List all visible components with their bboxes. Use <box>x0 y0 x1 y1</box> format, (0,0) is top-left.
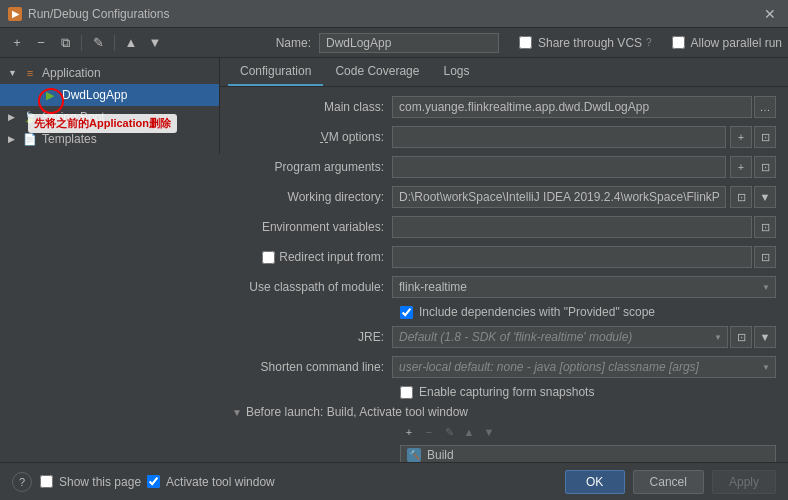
capturing-label: Enable capturing form snapshots <box>419 385 594 399</box>
capturing-checkbox[interactable] <box>400 386 413 399</box>
run-config-icon: ▶ <box>42 87 58 103</box>
templates-label: Templates <box>42 132 97 146</box>
vm-options-input[interactable] <box>392 126 726 148</box>
left-panel: ▼ ≡ Application ▶ DwdLogApp ▶ 🍃 Spring B… <box>0 58 220 154</box>
tree-item-dwdlogapp[interactable]: ▶ DwdLogApp <box>0 84 219 106</box>
name-section: Name: Share through VCS ? Allow parallel… <box>276 33 782 53</box>
main-class-browse-button[interactable]: … <box>754 96 776 118</box>
jre-row: JRE: Default (1.8 - SDK of 'flink-realti… <box>232 325 776 349</box>
working-dir-row: Working directory: ⊡ ▼ <box>232 185 776 209</box>
application-group-icon: ≡ <box>22 65 38 81</box>
program-args-row: Program arguments: + ⊡ <box>232 155 776 179</box>
program-args-buttons: + ⊡ <box>728 156 776 178</box>
share-checkbox[interactable] <box>519 36 532 49</box>
shorten-select[interactable]: user-local default: none - java [options… <box>392 356 776 378</box>
vm-options-label: VM options: <box>232 130 392 144</box>
section-arrow: ▼ <box>232 407 242 418</box>
tree-application-group[interactable]: ▼ ≡ Application <box>0 62 219 84</box>
jre-select[interactable]: Default (1.8 - SDK of 'flink-realtime' m… <box>392 326 728 348</box>
include-provided-row: Include dependencies with "Provided" sco… <box>400 305 776 319</box>
share-section: Share through VCS ? <box>519 36 652 50</box>
content-area: 先将之前的Application删除 ▼ ≡ Application ▶ Dwd… <box>0 58 788 462</box>
module-label: Use classpath of module: <box>232 280 392 294</box>
jre-icon-button[interactable]: ⊡ <box>730 326 752 348</box>
jre-dropdown-button[interactable]: ▼ <box>754 326 776 348</box>
tab-configuration[interactable]: Configuration <box>228 58 323 86</box>
activate-tool-window-checkbox[interactable] <box>147 475 160 488</box>
include-provided-label: Include dependencies with "Provided" sco… <box>419 305 655 319</box>
vm-options-row: VM options: + ⊡ <box>232 125 776 149</box>
share-help-icon: ? <box>646 37 652 48</box>
parallel-checkbox[interactable] <box>672 36 685 49</box>
app-icon: ▶ <box>8 7 22 21</box>
redirect-input-field[interactable] <box>392 246 752 268</box>
env-vars-browse-button[interactable]: ⊡ <box>754 216 776 238</box>
share-label: Share through VCS <box>538 36 642 50</box>
copy-config-button[interactable]: ⧉ <box>54 32 76 54</box>
form-area: Main class: … VM options: + ⊡ Program ar… <box>220 87 788 462</box>
module-row: Use classpath of module: flink-realtime <box>232 275 776 299</box>
vm-browse-button[interactable]: ⊡ <box>754 126 776 148</box>
parallel-label: Allow parallel run <box>691 36 782 50</box>
include-provided-checkbox[interactable] <box>400 306 413 319</box>
toolbar-separator <box>81 35 82 51</box>
env-vars-input[interactable] <box>392 216 752 238</box>
cancel-button[interactable]: Cancel <box>633 470 704 494</box>
working-dir-input[interactable] <box>392 186 726 208</box>
program-args-label: Program arguments: <box>232 160 392 174</box>
tab-logs[interactable]: Logs <box>431 58 481 86</box>
add-config-button[interactable]: + <box>6 32 28 54</box>
launch-remove-button[interactable]: − <box>420 423 438 441</box>
main-class-label: Main class: <box>232 100 392 114</box>
working-dir-icon-button[interactable]: ⊡ <box>730 186 752 208</box>
show-page-label: Show this page <box>59 475 141 489</box>
module-select-wrapper: flink-realtime <box>392 276 776 298</box>
redirect-checkbox[interactable] <box>262 251 275 264</box>
launch-up-button[interactable]: ▲ <box>460 423 478 441</box>
templates-icon: 📄 <box>22 131 38 147</box>
module-select[interactable]: flink-realtime <box>392 276 776 298</box>
ok-button[interactable]: OK <box>565 470 625 494</box>
apply-button[interactable]: Apply <box>712 470 776 494</box>
tabs: Configuration Code Coverage Logs <box>220 58 788 87</box>
program-args-input[interactable] <box>392 156 726 178</box>
name-input[interactable] <box>319 33 499 53</box>
bottom-bar: ? Show this page Activate tool window OK… <box>0 462 788 500</box>
shorten-row: Shorten command line: user-local default… <box>232 355 776 379</box>
title-bar-text: Run/Debug Configurations <box>28 7 760 21</box>
main-class-row: Main class: … <box>232 95 776 119</box>
move-up-button[interactable]: ▲ <box>120 32 142 54</box>
arrow-icon3: ▶ <box>8 134 20 144</box>
launch-edit-button[interactable]: ✎ <box>440 423 458 441</box>
tab-code-coverage[interactable]: Code Coverage <box>323 58 431 86</box>
tree-item-label: DwdLogApp <box>62 88 127 102</box>
args-browse-button[interactable]: ⊡ <box>754 156 776 178</box>
remove-config-button[interactable]: − <box>30 32 52 54</box>
arrow-icon2: ▶ <box>8 112 20 122</box>
parallel-section: Allow parallel run <box>672 36 782 50</box>
toolbar: + − ⧉ ✎ ▲ ▼ Name: Share through VCS ? Al… <box>0 28 788 58</box>
show-page-checkbox[interactable] <box>40 475 53 488</box>
close-button[interactable]: ✕ <box>760 6 780 22</box>
redirect-browse-button[interactable]: ⊡ <box>754 246 776 268</box>
help-button[interactable]: ? <box>12 472 32 492</box>
move-down-button[interactable]: ▼ <box>144 32 166 54</box>
title-bar: ▶ Run/Debug Configurations ✕ <box>0 0 788 28</box>
main-class-input[interactable] <box>392 96 752 118</box>
launch-down-button[interactable]: ▼ <box>480 423 498 441</box>
working-dir-browse-button[interactable]: ▼ <box>754 186 776 208</box>
working-dir-buttons: ⊡ ▼ <box>728 186 776 208</box>
dialog-body: + − ⧉ ✎ ▲ ▼ Name: Share through VCS ? Al… <box>0 28 788 500</box>
shorten-select-wrapper: user-local default: none - java [options… <box>392 356 776 378</box>
show-page-row: Show this page Activate tool window <box>40 475 557 489</box>
redirect-input-label: Redirect input from: <box>232 250 392 264</box>
args-expand-button[interactable]: + <box>730 156 752 178</box>
vm-expand-button[interactable]: + <box>730 126 752 148</box>
shorten-label: Shorten command line: <box>232 360 392 374</box>
launch-add-button[interactable]: + <box>400 423 418 441</box>
before-launch-section: ▼ Before launch: Build, Activate tool wi… <box>232 405 776 419</box>
left-panel-container: 先将之前的Application删除 ▼ ≡ Application ▶ Dwd… <box>0 58 220 462</box>
redirect-input-row: Redirect input from: ⊡ <box>232 245 776 269</box>
right-panel: Configuration Code Coverage Logs Main cl… <box>220 58 788 462</box>
edit-templates-button[interactable]: ✎ <box>87 32 109 54</box>
